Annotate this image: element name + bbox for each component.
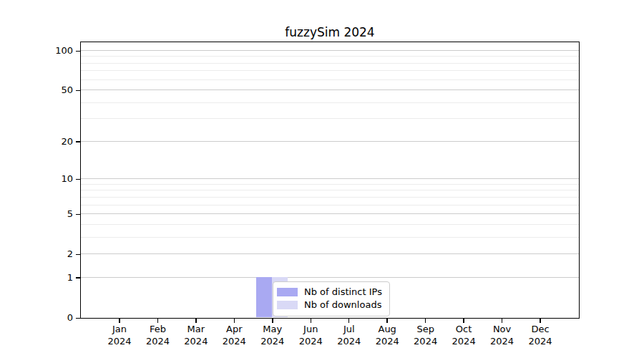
x-tick-mark: [119, 319, 120, 323]
major-gridline: [81, 141, 579, 142]
x-tick-mark: [386, 319, 388, 323]
x-tick-mark: [463, 319, 464, 323]
minor-gridline: [81, 102, 579, 103]
x-tick-mark: [195, 319, 197, 323]
x-tick-mark: [348, 319, 350, 323]
minor-gridline: [81, 184, 579, 185]
y-tick-label: 20: [30, 136, 73, 147]
y-tick-mark: [76, 214, 80, 216]
minor-gridline: [81, 197, 579, 198]
minor-gridline: [81, 224, 579, 225]
x-tick-month: Aug: [367, 324, 407, 336]
figure: fuzzySim 2024 Nb of distinct IPsNb of do…: [0, 0, 644, 358]
minor-gridline: [81, 56, 579, 57]
x-tick-month: Nov: [482, 324, 522, 336]
x-tick-label: Oct2024: [444, 324, 484, 347]
major-gridline: [81, 277, 579, 278]
x-tick-mark: [540, 319, 541, 323]
legend-row: Nb of distinct IPs: [277, 286, 382, 299]
x-tick-month: Sep: [406, 324, 446, 336]
x-tick-month: Dec: [520, 324, 560, 336]
legend-row: Nb of downloads: [277, 299, 382, 311]
y-tick-label: 5: [30, 208, 73, 220]
legend-swatch-icon: [277, 301, 298, 309]
x-tick-year: 2024: [214, 336, 254, 348]
x-tick-year: 2024: [291, 336, 331, 348]
x-tick-mark: [502, 319, 503, 323]
x-tick-label: Mar2024: [176, 324, 216, 347]
x-tick-label: Aug2024: [367, 324, 407, 347]
x-tick-year: 2024: [176, 336, 216, 348]
x-tick-month: Jan: [99, 324, 140, 336]
x-tick-label: Jan2024: [99, 324, 140, 347]
y-tick-label: 1: [30, 272, 73, 284]
y-tick-label: 100: [30, 45, 73, 57]
x-tick-mark: [157, 319, 159, 323]
major-gridline: [81, 178, 579, 179]
x-tick-year: 2024: [367, 336, 407, 348]
x-tick-label: Feb2024: [137, 324, 177, 347]
x-tick-mark: [425, 319, 426, 323]
x-tick-year: 2024: [253, 336, 293, 348]
y-tick-label: 0: [30, 312, 73, 324]
legend: Nb of distinct IPsNb of downloads: [273, 281, 390, 316]
x-tick-month: Feb: [137, 324, 177, 336]
y-tick-mark: [76, 90, 80, 92]
chart-title: fuzzySim 2024: [80, 25, 580, 39]
x-tick-month: Jul: [329, 324, 369, 336]
y-tick-label: 2: [30, 248, 73, 260]
x-tick-label: Dec2024: [520, 324, 560, 347]
x-tick-label: Apr2024: [214, 324, 254, 347]
bar-may-distinct-ips: [256, 277, 272, 317]
legend-label: Nb of downloads: [304, 299, 381, 311]
minor-gridline: [81, 79, 579, 80]
x-tick-label: Nov2024: [482, 324, 522, 347]
major-gridline: [81, 50, 579, 51]
y-tick-mark: [76, 318, 80, 319]
minor-gridline: [81, 63, 579, 64]
x-tick-month: Jun: [291, 324, 331, 336]
x-tick-year: 2024: [137, 336, 177, 348]
major-gridline: [81, 253, 579, 254]
plot-area: Nb of distinct IPsNb of downloads: [80, 42, 580, 319]
x-tick-month: Oct: [444, 324, 484, 336]
minor-gridline: [81, 118, 579, 119]
minor-gridline: [81, 237, 579, 238]
minor-gridline: [81, 205, 579, 205]
x-tick-month: Apr: [214, 324, 254, 336]
x-tick-mark: [311, 319, 312, 323]
legend-label: Nb of distinct IPs: [304, 286, 382, 299]
x-tick-mark: [234, 319, 235, 323]
x-tick-label: Jul2024: [329, 324, 369, 347]
x-tick-year: 2024: [482, 336, 522, 348]
y-tick-mark: [76, 141, 80, 142]
x-tick-month: May: [253, 324, 293, 336]
major-gridline: [81, 90, 579, 90]
minor-gridline: [81, 190, 579, 190]
x-tick-year: 2024: [520, 336, 560, 348]
x-tick-label: Sep2024: [406, 324, 446, 347]
x-tick-mark: [272, 319, 273, 323]
x-tick-label: Jun2024: [291, 324, 331, 347]
y-tick-mark: [76, 277, 80, 279]
x-tick-year: 2024: [99, 336, 140, 348]
major-gridline: [81, 213, 579, 214]
y-tick-label: 10: [30, 173, 73, 185]
minor-gridline: [81, 70, 579, 71]
legend-swatch-icon: [277, 288, 298, 296]
x-tick-month: Mar: [176, 324, 216, 336]
y-tick-label: 50: [30, 84, 73, 96]
y-tick-mark: [76, 254, 80, 256]
y-tick-mark: [76, 179, 80, 180]
x-tick-year: 2024: [444, 336, 484, 348]
y-tick-mark: [76, 51, 80, 52]
x-tick-year: 2024: [406, 336, 446, 348]
x-tick-year: 2024: [329, 336, 369, 348]
x-tick-label: May2024: [253, 324, 293, 347]
